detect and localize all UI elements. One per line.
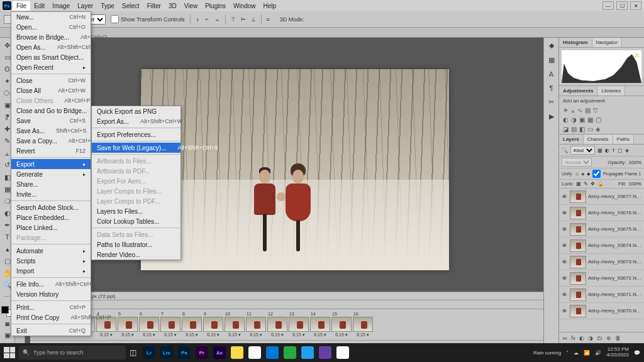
filter-adjust-icon[interactable]: ◐ bbox=[605, 148, 609, 153]
menuitem-new[interactable]: New...Ctrl+N bbox=[11, 12, 91, 22]
vibrance-adj-icon[interactable]: ▽ bbox=[593, 107, 598, 114]
timeline-frame[interactable]: 110.15 ▾ bbox=[245, 312, 267, 337]
menuitem-revert[interactable]: RevertF12 bbox=[11, 146, 91, 156]
timeline-frame[interactable]: 100.15 ▾ bbox=[224, 312, 245, 337]
timeline-frame[interactable]: 120.15 ▾ bbox=[267, 312, 288, 337]
timeline-frame[interactable]: 50.15 ▾ bbox=[117, 312, 138, 337]
menu-filter[interactable]: Filter bbox=[143, 1, 165, 11]
filter-type-icon[interactable]: T bbox=[612, 148, 615, 153]
timeline-frame[interactable]: 130.15 ▾ bbox=[288, 312, 309, 337]
visibility-icon[interactable]: 👁 bbox=[560, 292, 568, 298]
menuitem-layers-to-files[interactable]: Layers to Files... bbox=[92, 206, 180, 216]
taskbar-app[interactable] bbox=[319, 346, 331, 359]
menu-select[interactable]: Select bbox=[118, 1, 143, 11]
menuitem-share[interactable]: Share... bbox=[11, 179, 91, 189]
menu-type[interactable]: Type bbox=[97, 1, 118, 11]
menuitem-open-as-smart-object[interactable]: Open as Smart Object... bbox=[11, 52, 91, 62]
timeline-frame[interactable]: 90.15 ▾ bbox=[203, 312, 224, 337]
layer-thumbnail[interactable] bbox=[570, 207, 586, 219]
layer-row[interactable]: 👁Abby-Henry_93675.NEF bbox=[559, 221, 644, 238]
filter-shape-icon[interactable]: ▢ bbox=[618, 148, 623, 153]
menuitem-invite[interactable]: Invite... bbox=[11, 189, 91, 199]
swatches-panel-icon[interactable]: ▦ bbox=[548, 56, 555, 64]
menuitem-export-as[interactable]: Export As...Alt+Shift+Ctrl+W bbox=[92, 116, 180, 126]
layer-row[interactable]: 👁Abby-Henry_93672.NEF bbox=[559, 270, 644, 287]
menuitem-render-video[interactable]: Render Video... bbox=[92, 250, 180, 260]
opacity-value[interactable]: 100% bbox=[629, 160, 641, 165]
timeline-frame[interactable]: 140.15 ▾ bbox=[309, 312, 331, 337]
gradient-map-adj-icon[interactable]: ▭ bbox=[587, 126, 593, 133]
layers-list[interactable]: 👁Abby-Henry_93677.NEF👁Abby-Henry_93676.N… bbox=[559, 189, 644, 332]
clock[interactable]: 12:53 PM 4/20/2022 bbox=[606, 347, 629, 358]
menu-plugins[interactable]: Plugins bbox=[201, 1, 230, 11]
layer-thumbnail[interactable] bbox=[570, 256, 586, 268]
layer-thumbnail[interactable] bbox=[570, 305, 586, 317]
layer-row[interactable]: 👁Abby-Henry_93673.NEF bbox=[559, 254, 644, 270]
menuitem-scripts[interactable]: Scripts▸ bbox=[11, 256, 91, 266]
timeline-frame[interactable]: 80.15 ▾ bbox=[181, 312, 203, 337]
menuitem-close[interactable]: CloseCtrl+W bbox=[11, 75, 91, 85]
menuitem-file-info[interactable]: File Info...Alt+Shift+Ctrl+I bbox=[11, 279, 91, 289]
invert-adj-icon[interactable]: ◪ bbox=[563, 126, 569, 133]
taskbar-app[interactable] bbox=[248, 346, 261, 359]
menuitem-version-history[interactable]: Version History bbox=[11, 289, 91, 299]
menuitem-open-recent[interactable]: Open Recent▸ bbox=[11, 62, 91, 72]
layer-row[interactable]: 👁Abby-Henry_93676.NEF bbox=[559, 205, 644, 221]
levels-adj-icon[interactable]: ⟁ bbox=[571, 107, 575, 114]
menuitem-open-as[interactable]: Open As...Alt+Shift+Ctrl+O bbox=[11, 42, 91, 52]
lock-pixels-icon[interactable]: ✎ bbox=[584, 181, 588, 187]
curves-adj-icon[interactable]: ∿ bbox=[577, 107, 582, 114]
visibility-icon[interactable]: 👁 bbox=[560, 210, 568, 216]
menu-window[interactable]: Window bbox=[230, 1, 260, 11]
menuitem-save-as[interactable]: Save As...Shift+Ctrl+S bbox=[11, 126, 91, 136]
character-panel-icon[interactable]: ¶ bbox=[550, 84, 553, 92]
menu-image[interactable]: Image bbox=[48, 1, 74, 11]
maximize-button[interactable]: ☐ bbox=[616, 1, 628, 10]
taskbar-app[interactable]: Pr bbox=[196, 346, 208, 359]
cache-warning-icon[interactable]: ⚠ bbox=[635, 52, 640, 58]
visibility-icon[interactable]: 👁 bbox=[560, 226, 568, 233]
taskbar-app[interactable] bbox=[231, 346, 243, 359]
tab-paths[interactable]: Paths bbox=[613, 134, 634, 144]
menu-layer[interactable]: Layer bbox=[74, 1, 97, 11]
tab-adjustments[interactable]: Adjustments bbox=[559, 86, 597, 96]
taskbar-app[interactable] bbox=[336, 346, 349, 359]
taskbar-app[interactable] bbox=[284, 346, 296, 359]
foreground-color[interactable] bbox=[1, 306, 9, 314]
lock-transparency-icon[interactable]: ▦ bbox=[576, 181, 581, 187]
menu-edit[interactable]: Edit bbox=[30, 1, 48, 11]
selective-color-adj-icon[interactable]: ◈ bbox=[596, 126, 601, 133]
visibility-icon[interactable]: 👁 bbox=[560, 243, 568, 249]
layer-row[interactable]: 👁Abby-Henry_93674.NEF bbox=[559, 238, 644, 254]
tab-channels[interactable]: Channels bbox=[584, 134, 613, 144]
visibility-icon[interactable]: 👁 bbox=[560, 259, 568, 265]
lookup-adj-icon[interactable]: ▢ bbox=[596, 116, 601, 123]
wifi-icon[interactable]: 📶 bbox=[584, 350, 590, 356]
cloud-icon[interactable]: ☁ bbox=[574, 350, 579, 356]
tray-chevron-icon[interactable]: ˄ bbox=[566, 350, 569, 356]
propagate-frame-checkbox[interactable] bbox=[592, 170, 601, 178]
fill-value[interactable]: 100% bbox=[629, 181, 641, 187]
text-panel-icon[interactable]: A bbox=[549, 70, 553, 78]
layer-thumbnail[interactable] bbox=[570, 190, 586, 203]
menu-help[interactable]: Help bbox=[260, 1, 280, 11]
tab-navigator[interactable]: Navigator bbox=[592, 38, 622, 47]
photo-filter-adj-icon[interactable]: ▣ bbox=[579, 116, 585, 123]
close-button[interactable]: ✕ bbox=[630, 1, 641, 10]
align-top-icon[interactable]: ⊤ bbox=[231, 16, 236, 23]
layer-thumbnail[interactable] bbox=[570, 272, 586, 285]
adjustment-layer-icon[interactable]: ◑ bbox=[588, 335, 593, 341]
taskbar-search[interactable]: 🔍 Type here to search bbox=[19, 346, 126, 359]
menuitem-close-and-go-to-bridge[interactable]: Close and Go to Bridge...Shift+Ctrl+W bbox=[11, 106, 91, 116]
layer-mask-icon[interactable]: ◐ bbox=[579, 335, 584, 341]
taskbar-app[interactable]: Lrc bbox=[160, 346, 173, 359]
layer-thumbnail[interactable] bbox=[570, 239, 586, 252]
menuitem-browse-in-bridge[interactable]: Browse in Bridge...Alt+Ctrl+O bbox=[11, 32, 91, 42]
menuitem-place-linked[interactable]: Place Linked... bbox=[11, 222, 91, 233]
taskbar-app[interactable]: Ae bbox=[213, 346, 226, 359]
layer-fx-icon[interactable]: fx bbox=[571, 335, 575, 341]
notifications-icon[interactable]: 💬 bbox=[634, 350, 640, 356]
blend-mode[interactable]: Normal bbox=[562, 158, 592, 167]
align-center-h-icon[interactable]: ⫟ bbox=[204, 16, 209, 23]
unify-position-icon[interactable]: ◇ bbox=[575, 172, 579, 177]
